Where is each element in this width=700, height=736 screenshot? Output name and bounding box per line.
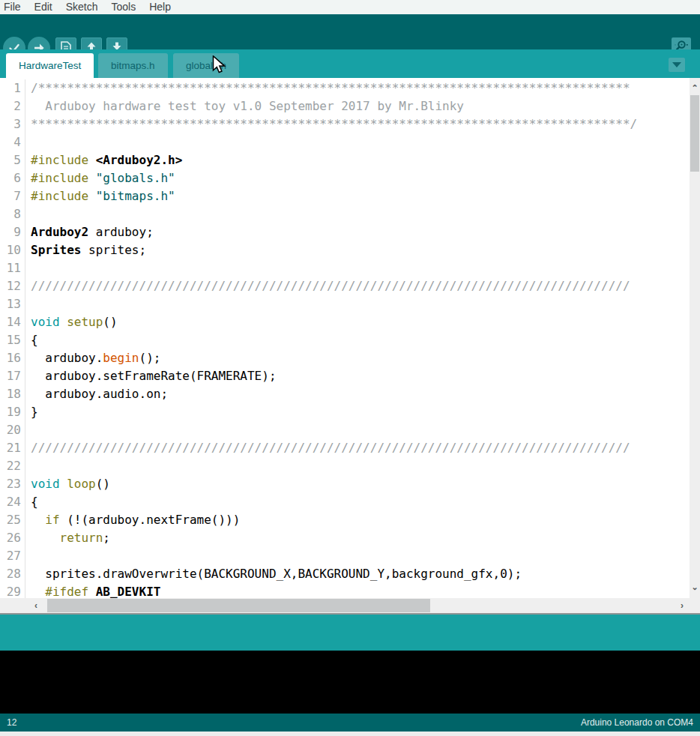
- menu-item-tools[interactable]: Tools: [105, 1, 143, 14]
- line-number: 28: [0, 565, 25, 583]
- line-number: 4: [0, 133, 25, 151]
- console-output: [0, 651, 700, 714]
- scroll-up-icon[interactable]: ⌃: [690, 82, 700, 93]
- code-line: 19}: [0, 403, 690, 421]
- code-text: {: [25, 331, 38, 349]
- line-number: 17: [0, 367, 25, 385]
- scroll-down-icon[interactable]: ⌄: [690, 582, 700, 592]
- code-editor[interactable]: 1/**************************************…: [0, 78, 690, 598]
- line-number: 19: [0, 403, 25, 421]
- code-line: 13: [0, 295, 690, 313]
- line-number: 15: [0, 331, 25, 349]
- code-line: 23void loop(): [0, 475, 690, 493]
- code-line: 5#include <Arduboy2.h>: [0, 151, 690, 169]
- code-line: 24{: [0, 493, 690, 511]
- tab-globals-h[interactable]: globals.h: [173, 53, 239, 78]
- line-number: 20: [0, 421, 25, 439]
- tab-bar: HardwareTestbitmaps.hglobals.h: [0, 49, 700, 78]
- line-number: 16: [0, 349, 25, 367]
- line-number: 26: [0, 529, 25, 547]
- code-text: #include <Arduboy2.h>: [25, 151, 182, 169]
- code-text: void setup(): [25, 313, 118, 331]
- scroll-left-icon[interactable]: ‹: [34, 598, 37, 613]
- code-line: 21//////////////////////////////////////…: [0, 439, 690, 457]
- code-text: arduboy.begin();: [25, 349, 160, 367]
- code-text: sprites.drawOverwrite(BACKGROUND_X,BACKG…: [25, 565, 522, 583]
- scroll-right-icon[interactable]: ›: [681, 598, 684, 613]
- code-text: [25, 547, 31, 565]
- line-number: 18: [0, 385, 25, 403]
- code-text: arduboy.audio.on;: [25, 385, 168, 403]
- code-text: Arduboy hardware test toy v1.0 September…: [25, 97, 464, 115]
- code-text: if (!(arduboy.nextFrame())): [25, 511, 240, 529]
- vertical-scrollbar-thumb[interactable]: [690, 95, 699, 172]
- line-number: 25: [0, 511, 25, 529]
- code-line: 20: [0, 421, 690, 439]
- code-line: 7#include "bitmaps.h": [0, 187, 690, 205]
- code-text: Arduboy2 arduboy;: [25, 223, 154, 241]
- line-number: 8: [0, 205, 25, 223]
- code-line: 2 Arduboy hardware test toy v1.0 Septemb…: [0, 97, 690, 115]
- code-text: return;: [25, 529, 110, 547]
- line-number: 22: [0, 457, 25, 475]
- menu-item-edit[interactable]: Edit: [28, 1, 59, 14]
- code-line: 14void setup(): [0, 313, 690, 331]
- toolbar: [0, 15, 700, 49]
- status-bar: 12 Arduino Leonardo on COM4: [0, 714, 700, 732]
- code-text: [25, 259, 31, 277]
- code-text: {: [25, 493, 38, 511]
- line-number: 1: [0, 79, 25, 97]
- line-number: 7: [0, 187, 25, 205]
- code-text: Sprites sprites;: [25, 241, 146, 259]
- code-text: ****************************************…: [25, 115, 637, 133]
- line-number: 3: [0, 115, 25, 133]
- code-text: #include "bitmaps.h": [25, 187, 175, 205]
- code-line: 28 sprites.drawOverwrite(BACKGROUND_X,BA…: [0, 565, 690, 583]
- tab-bitmaps-h[interactable]: bitmaps.h: [98, 53, 168, 78]
- line-number: 14: [0, 313, 25, 331]
- line-number: 21: [0, 439, 25, 457]
- code-line: 8: [0, 205, 690, 223]
- code-text: #ifdef AB_DEVKIT: [25, 583, 160, 598]
- line-number: 27: [0, 547, 25, 565]
- chevron-down-icon: [672, 62, 681, 67]
- line-number: 9: [0, 223, 25, 241]
- code-line: 12//////////////////////////////////////…: [0, 277, 690, 295]
- tab-hardwaretest[interactable]: HardwareTest: [6, 53, 94, 78]
- code-line: 15{: [0, 331, 690, 349]
- code-text: }: [25, 403, 38, 421]
- cursor-line-indicator: 12: [7, 717, 16, 728]
- vertical-scrollbar[interactable]: ⌃ ⌄: [690, 78, 700, 598]
- line-number: 23: [0, 475, 25, 493]
- code-text: #include "globals.h": [25, 169, 175, 187]
- status-strip: [0, 615, 700, 651]
- line-number: 13: [0, 295, 25, 313]
- code-text: [25, 133, 31, 151]
- menu-item-help[interactable]: Help: [142, 1, 178, 14]
- menu-item-file[interactable]: File: [0, 1, 28, 14]
- code-text: arduboy.setFrameRate(FRAMERATE);: [25, 367, 277, 385]
- code-text: [25, 421, 31, 439]
- code-line: 29 #ifdef AB_DEVKIT: [0, 583, 690, 598]
- line-number: 6: [0, 169, 25, 187]
- code-line: 3***************************************…: [0, 115, 690, 133]
- menu-item-sketch[interactable]: Sketch: [59, 1, 105, 14]
- code-line: 26 return;: [0, 529, 690, 547]
- code-line: 11: [0, 259, 690, 277]
- tab-list-dropdown-button[interactable]: [669, 58, 685, 72]
- code-line: 6#include "globals.h": [0, 169, 690, 187]
- code-text: [25, 295, 31, 313]
- code-line: 9Arduboy2 arduboy;: [0, 223, 690, 241]
- horizontal-scrollbar[interactable]: ‹ ›: [0, 598, 700, 615]
- code-text: /***************************************…: [25, 79, 630, 97]
- code-text: ////////////////////////////////////////…: [25, 277, 630, 295]
- board-port-indicator: Arduino Leonardo on COM4: [581, 717, 693, 728]
- horizontal-scrollbar-thumb[interactable]: [47, 599, 430, 612]
- line-number: 29: [0, 583, 25, 598]
- code-text: ////////////////////////////////////////…: [25, 439, 630, 457]
- code-line: 1/**************************************…: [0, 79, 690, 97]
- menu-bar: FileEditSketchToolsHelp: [0, 0, 700, 15]
- code-line: 17 arduboy.setFrameRate(FRAMERATE);: [0, 367, 690, 385]
- code-text: [25, 457, 31, 475]
- line-number: 10: [0, 241, 25, 259]
